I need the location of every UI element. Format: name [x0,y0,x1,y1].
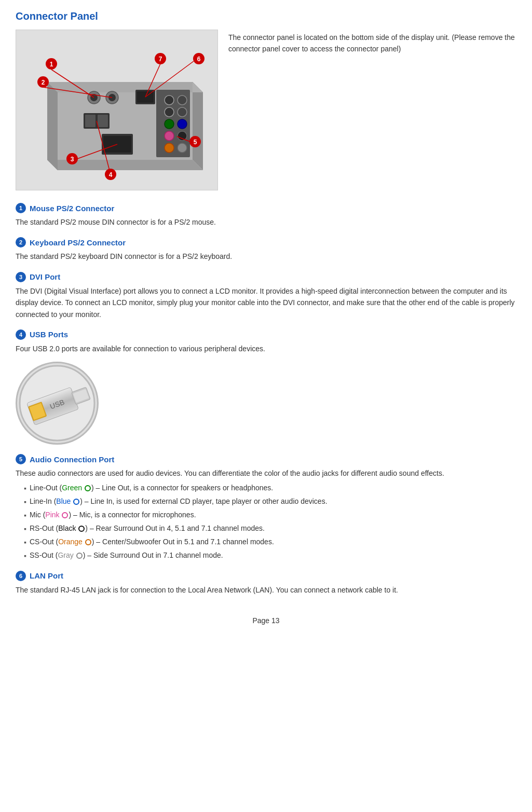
section-5-title: 5 Audio Connection Port [16,454,516,464]
section-audio-port: 5 Audio Connection Port These audio conn… [16,454,516,561]
section-6-num: 6 [16,571,26,581]
audio-item-line-out: Line-Out (Green ) – Line Out, is a conne… [24,483,516,494]
svg-point-11 [178,107,187,117]
audio-item-line-in: Line-In (Blue ) – Line In, is used for e… [24,496,516,507]
svg-text:3: 3 [71,156,74,163]
section-4-body: Four USB 2.0 ports are available for con… [16,343,516,354]
svg-point-14 [165,131,174,141]
audio-item-cs-out: CS-Out (Orange ) – Center/Subwoofer Out … [24,536,516,548]
section-2-num: 2 [16,237,26,247]
svg-point-8 [165,95,174,105]
svg-point-16 [165,143,174,153]
svg-point-10 [165,107,174,117]
section-1-body: The standard PS/2 mouse DIN connector is… [16,216,516,228]
page-title: Connector Panel [16,10,516,22]
section-2-title: 2 Keyboard PS/2 Connector [16,237,516,247]
connector-diagram-svg: 1 2 3 4 5 6 7 [16,30,218,190]
top-section: 1 2 3 4 5 6 7 Th [16,30,516,190]
section-1-num: 1 [16,203,26,213]
svg-point-9 [178,95,187,105]
usb-image-container: USB [16,362,516,445]
section-4-title: 4 USB Ports [16,329,516,340]
usb-image: USB [16,362,99,445]
section-2-body: The standard PS/2 keyboard DIN connector… [16,251,516,262]
section-4-num: 4 [16,329,26,340]
svg-marker-5 [47,82,58,170]
section-5-body: These audio connectors are used for audi… [16,467,516,479]
svg-point-13 [178,119,187,129]
svg-text:2: 2 [42,79,45,86]
svg-rect-20 [98,115,108,127]
section-3-body: The DVI (Digital Visual Interface) port … [16,285,516,320]
audio-item-mic: Mic (Pink ) – Mic, is a connector for mi… [24,510,516,521]
svg-point-15 [178,131,187,141]
connector-description: The connector panel is located on the bo… [228,30,516,190]
svg-rect-19 [85,115,96,127]
section-keyboard-ps2: 2 Keyboard PS/2 Connector The standard P… [16,237,516,262]
page-number: Page 13 [252,616,279,625]
svg-point-12 [165,119,174,129]
usb-diagram-svg: USB [18,364,96,442]
svg-point-17 [178,143,187,153]
audio-item-ss-out: SS-Out (Gray ) – Side Surround Out in 7.… [24,550,516,561]
section-6-body: The standard RJ-45 LAN jack is for conne… [16,584,516,596]
section-lan-port: 6 LAN Port The standard RJ-45 LAN jack i… [16,571,516,596]
svg-text:5: 5 [194,139,197,146]
section-usb-ports: 4 USB Ports Four USB 2.0 ports are avail… [16,329,516,445]
svg-text:4: 4 [109,171,113,178]
section-1-title: 1 Mouse PS/2 Connector [16,203,516,213]
section-3-num: 3 [16,272,26,282]
svg-text:6: 6 [197,56,201,63]
svg-text:1: 1 [50,61,53,68]
audio-list: Line-Out (Green ) – Line Out, is a conne… [24,483,516,561]
page-footer: Page 13 [16,616,516,625]
section-mouse-ps2: 1 Mouse PS/2 Connector The standard PS/2… [16,203,516,228]
connector-image: 1 2 3 4 5 6 7 [16,30,218,190]
section-dvi-port: 3 DVI Port The DVI (Digital Visual Inter… [16,272,516,320]
audio-item-rs-out: RS-Out (Black ) – Rear Surround Out in 4… [24,523,516,534]
section-3-title: 3 DVI Port [16,272,516,282]
section-5-num: 5 [16,454,26,464]
section-6-title: 6 LAN Port [16,571,516,581]
svg-text:7: 7 [159,56,162,63]
